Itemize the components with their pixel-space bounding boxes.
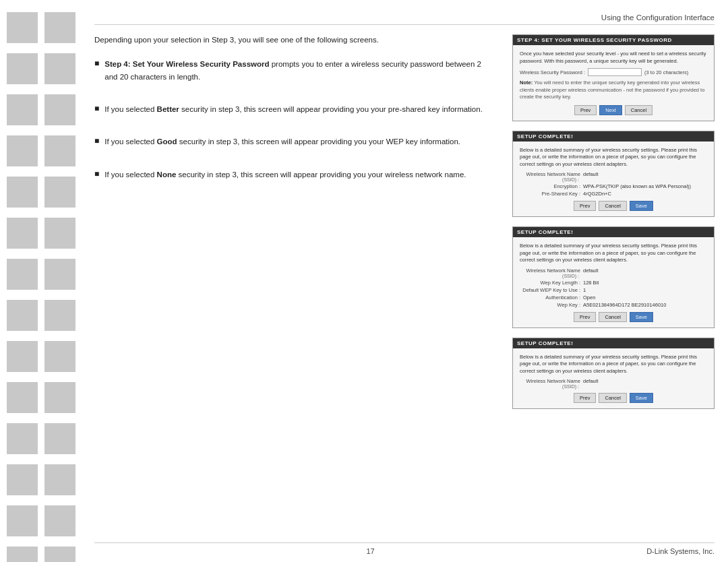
- sq: [7, 135, 38, 166]
- section-better: ■ If you selected Better security in ste…: [94, 103, 496, 115]
- sq: [44, 505, 75, 536]
- sq: [44, 382, 75, 413]
- better-label: Better: [157, 105, 179, 113]
- card2-prev-button[interactable]: Prev: [574, 201, 596, 211]
- card3-defaultwep-key: Default WEP Key to Use :: [520, 287, 580, 293]
- card4-header: Setup Complete!: [513, 338, 714, 348]
- card3-prev-button[interactable]: Prev: [574, 312, 596, 322]
- good-label: Good: [157, 137, 177, 146]
- better-suffix: security in step 3, this screen will app…: [179, 105, 483, 113]
- sq: [7, 382, 38, 413]
- card1-prev-button[interactable]: Prev: [574, 105, 597, 115]
- sq: [7, 341, 38, 372]
- sq: [44, 341, 75, 372]
- sq: [7, 423, 38, 454]
- card3-btn-row: Prev Cancel Save: [520, 312, 707, 322]
- better-prefix: If you selected: [104, 105, 156, 113]
- card3-weplen-val: 128 Bit: [583, 280, 599, 286]
- card3-ssid-key-group: Wireless Network Name (SSID) :: [520, 268, 580, 278]
- card1-intro: Once you have selected your security lev…: [520, 51, 707, 65]
- card1-body: Once you have selected your security lev…: [513, 45, 714, 121]
- sq: [44, 300, 75, 331]
- card2-enc-key: Encryption :: [520, 183, 580, 189]
- sq: [44, 53, 75, 84]
- sq: [7, 218, 38, 249]
- card4-intro: Below is a detailed summary of your wire…: [520, 354, 707, 375]
- card3-wepkey-key: Wep Key :: [520, 302, 580, 308]
- good-suffix: security in step 3, this screen will app…: [177, 137, 460, 146]
- none-prefix: If you selected: [104, 170, 156, 179]
- card2-intro: Below is a detailed summary of your wire…: [520, 147, 707, 168]
- card3-wepkey-row: Wep Key : A5E021384964D172 BE2910146010: [520, 302, 707, 308]
- sq: [7, 177, 38, 208]
- card2-enc-val: WPA-PSK(TKIP (also known as WPA Personal…: [583, 183, 691, 189]
- card3-auth-val: Open: [583, 294, 595, 301]
- page-title: Using the Configuration Interface: [601, 13, 715, 22]
- card4-ssid-key-group: Wireless Network Name (SSID) :: [520, 378, 580, 389]
- card-none: Setup Complete! Below is a detailed summ…: [512, 338, 715, 410]
- card2-psk-row: Pre-Shared Key : 4rQG2Dn+C: [520, 191, 707, 197]
- sq: [44, 464, 75, 495]
- card3-ssid-subkey: (SSID) :: [520, 274, 580, 278]
- page-header: Using the Configuration Interface: [94, 13, 715, 25]
- intro-text: Depending upon your selection in Step 3,…: [94, 34, 496, 46]
- card1-note-bold: Note:: [520, 80, 533, 86]
- good-prefix: If you selected: [104, 137, 156, 146]
- card3-auth-key: Authentication :: [520, 294, 580, 301]
- card2-body: Below is a detailed summary of your wire…: [513, 142, 714, 217]
- card3-wepkey-val: A5E021384964D172 BE2910146010: [583, 302, 666, 308]
- section-step4: ■ Step 4: Set Your Wireless Security Pas…: [94, 58, 496, 83]
- content-columns: Depending upon your selection in Step 3,…: [94, 34, 715, 418]
- sq: [7, 464, 38, 495]
- card2-save-button[interactable]: Save: [630, 201, 653, 211]
- sq: [44, 547, 75, 562]
- card4-body: Below is a detailed summary of your wire…: [513, 348, 714, 409]
- sq: [44, 12, 75, 43]
- bullet-icon: ■: [94, 136, 99, 148]
- page-footer: 17 D-Link Systems, Inc.: [94, 542, 715, 555]
- card2-ssid-row: Wireless Network Name (SSID) : default: [520, 171, 707, 182]
- card3-summary: Wireless Network Name (SSID) : default W…: [520, 268, 707, 308]
- section-step4-text: Step 4: Set Your Wireless Security Passw…: [104, 58, 496, 83]
- card2-enc-row: Encryption : WPA-PSK(TKIP (also known as…: [520, 183, 707, 189]
- card3-weplen-row: Wep Key Length : 128 Bit: [520, 280, 707, 286]
- card1-field-row: Wireless Security Password : (3 to 20 ch…: [520, 68, 707, 76]
- section-good: ■ If you selected Good security in step …: [94, 135, 496, 148]
- card1-note: Note: You will need to enter the unique …: [520, 80, 707, 101]
- sq: [7, 505, 38, 536]
- card4-save-button[interactable]: Save: [630, 393, 653, 403]
- card4-prev-button[interactable]: Prev: [574, 393, 596, 403]
- sq: [44, 135, 75, 166]
- card3-auth-row: Authentication : Open: [520, 294, 707, 301]
- card-good: Setup Complete! Below is a detailed summ…: [512, 226, 715, 328]
- card1-header: Step 4: Set Your Wireless Security Passw…: [513, 35, 714, 45]
- card3-ssid-row: Wireless Network Name (SSID) : default: [520, 268, 707, 278]
- sq: [44, 177, 75, 208]
- card2-psk-val: 4rQG2Dn+C: [583, 191, 611, 197]
- card3-body: Below is a detailed summary of your wire…: [513, 237, 714, 327]
- card4-ssid-subkey: (SSID) :: [520, 384, 580, 389]
- bullet-icon: ■: [94, 169, 99, 181]
- sq: [7, 53, 38, 84]
- right-column: Step 4: Set Your Wireless Security Passw…: [512, 34, 715, 418]
- card2-header: Setup Complete!: [513, 131, 714, 142]
- sq: [44, 218, 75, 249]
- section-better-text: If you selected Better security in step …: [104, 103, 483, 115]
- card2-cancel-button[interactable]: Cancel: [599, 201, 626, 211]
- wireless-security-password-input[interactable]: [588, 68, 642, 76]
- card4-ssid-val: default: [583, 378, 599, 389]
- card2-ssid-key-group: Wireless Network Name (SSID) :: [520, 171, 580, 182]
- card1-next-button[interactable]: Next: [599, 105, 621, 115]
- decorative-squares: [0, 0, 88, 562]
- card3-weplen-key: Wep Key Length :: [520, 280, 580, 286]
- card4-cancel-button[interactable]: Cancel: [599, 393, 626, 403]
- sq: [7, 12, 38, 43]
- card3-cancel-button[interactable]: Cancel: [599, 312, 626, 322]
- card3-save-button[interactable]: Save: [630, 312, 653, 322]
- sq: [7, 94, 38, 125]
- card3-ssid-val: default: [583, 268, 599, 278]
- left-column: Depending upon your selection in Step 3,…: [94, 34, 496, 418]
- card4-btn-row: Prev Cancel Save: [520, 393, 707, 403]
- card3-ssid-key: Wireless Network Name: [520, 268, 580, 274]
- card1-cancel-button[interactable]: Cancel: [625, 105, 653, 115]
